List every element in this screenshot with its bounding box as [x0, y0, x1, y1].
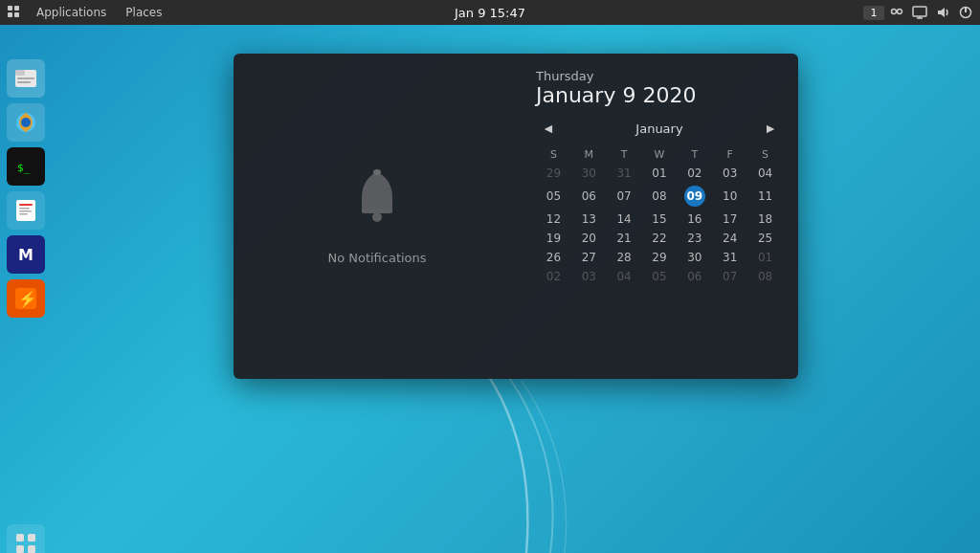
no-notifications-text: No Notifications: [327, 251, 426, 265]
calendar-day-cell[interactable]: 03: [712, 164, 747, 183]
dock-item-burpsuite[interactable]: ⚡: [7, 279, 45, 318]
calendar-month-nav: ◄ January ►: [536, 119, 783, 138]
taskbar-datetime[interactable]: Jan 9 15:47: [455, 6, 525, 20]
calendar-day-cell[interactable]: 13: [571, 210, 607, 229]
svg-text:$_: $_: [17, 162, 31, 174]
calendar-day-cell[interactable]: 02: [677, 164, 712, 183]
dock-item-maltego[interactable]: M: [7, 235, 45, 274]
calendar-day-cell[interactable]: 10: [712, 183, 747, 210]
calendar-day-cell[interactable]: 27: [571, 248, 607, 267]
calendar-day-cell[interactable]: 24: [712, 229, 747, 248]
swoosh-decoration: [0, 362, 980, 553]
calendar-prev-button[interactable]: ◄: [536, 119, 561, 138]
calendar-day-cell[interactable]: 26: [536, 248, 571, 267]
calendar-day-cell[interactable]: 31: [712, 248, 747, 267]
calendar-weekday-header: T: [607, 145, 642, 164]
volume-icon[interactable]: [932, 2, 953, 23]
calendar-day-cell[interactable]: 21: [607, 229, 642, 248]
calendar-weekday-header: S: [536, 145, 571, 164]
calendar-week-row: 29303101020304: [536, 164, 783, 183]
network-icon[interactable]: [886, 2, 907, 23]
calendar-day-cell[interactable]: 03: [571, 267, 607, 286]
calendar-day-cell[interactable]: 01: [747, 248, 783, 267]
svg-rect-16: [17, 81, 31, 83]
calendar-day-cell[interactable]: 30: [571, 164, 607, 183]
calendar-day-cell[interactable]: 25: [747, 229, 783, 248]
calendar-day-cell[interactable]: 22: [642, 229, 678, 248]
dock-item-text-editor[interactable]: [7, 191, 45, 230]
taskbar: Applications Places Jan 9 15:47 1: [0, 0, 980, 25]
calendar-weekdays-row: SMTWTFS: [536, 145, 783, 164]
dock-item-firefox[interactable]: [7, 103, 45, 142]
svg-rect-34: [373, 169, 381, 175]
calendar-day-name: Thursday: [536, 69, 783, 83]
calendar-day-cell[interactable]: 23: [677, 229, 712, 248]
calendar-day-cell[interactable]: 16: [677, 210, 712, 229]
svg-rect-28: [16, 534, 24, 542]
calendar-day-cell[interactable]: 14: [607, 210, 642, 229]
calendar-day-cell[interactable]: 30: [677, 248, 712, 267]
calendar-day-cell[interactable]: 12: [536, 210, 571, 229]
calendar-day-cell[interactable]: 31: [607, 164, 642, 183]
calendar-day-cell[interactable]: 11: [747, 183, 783, 210]
calendar-day-cell[interactable]: 08: [747, 267, 783, 286]
applications-menu[interactable]: Applications: [29, 4, 114, 21]
svg-point-18: [21, 118, 31, 127]
svg-rect-1: [14, 6, 19, 11]
app-grid-button[interactable]: [4, 2, 25, 23]
calendar-week-row: 05060708091011: [536, 183, 783, 210]
calendar-day-cell[interactable]: 09: [677, 183, 712, 210]
svg-rect-7: [913, 7, 926, 16]
calendar-day-cell[interactable]: 06: [677, 267, 712, 286]
calendar-day-cell[interactable]: 04: [747, 164, 783, 183]
dock-item-files[interactable]: [7, 59, 45, 98]
svg-rect-25: [19, 213, 28, 215]
svg-rect-0: [8, 6, 12, 11]
svg-rect-31: [28, 545, 35, 553]
svg-rect-22: [19, 204, 33, 206]
calendar-day-cell[interactable]: 06: [571, 183, 607, 210]
calendar-month-label: January: [635, 122, 682, 136]
calendar-weekday-header: S: [747, 145, 783, 164]
calendar-day-cell[interactable]: 05: [642, 267, 678, 286]
svg-rect-15: [17, 77, 34, 79]
svg-point-33: [372, 212, 382, 222]
calendar-day-cell[interactable]: 19: [536, 229, 571, 248]
calendar-day-cell[interactable]: 29: [536, 164, 571, 183]
calendar-day-cell[interactable]: 28: [607, 248, 642, 267]
places-menu[interactable]: Places: [118, 4, 169, 21]
calendar-day-cell[interactable]: 17: [712, 210, 747, 229]
display-icon[interactable]: [909, 2, 930, 23]
calendar-body: 2930310102030405060708091011121314151617…: [536, 164, 783, 286]
taskbar-right: 1: [863, 2, 980, 23]
svg-point-5: [898, 10, 902, 14]
desktop: $_ M ⚡: [0, 25, 980, 553]
calendar-day-cell[interactable]: 01: [642, 164, 678, 183]
calendar-day-cell[interactable]: 15: [642, 210, 678, 229]
calendar-grid: SMTWTFS 29303101020304050607080910111213…: [536, 145, 783, 286]
workspace-indicator[interactable]: 1: [863, 6, 884, 20]
calendar-day-cell[interactable]: 07: [712, 267, 747, 286]
taskbar-left: Applications Places: [0, 2, 169, 23]
calendar-day-cell[interactable]: 20: [571, 229, 607, 248]
notifications-pane: No Notifications: [234, 54, 521, 379]
dock-apps-grid[interactable]: [7, 524, 45, 553]
calendar-day-cell[interactable]: 18: [747, 210, 783, 229]
today-indicator: 09: [684, 186, 705, 207]
calendar-week-row: 02030405060708: [536, 267, 783, 286]
calendar-weekday-header: W: [642, 145, 678, 164]
calendar-day-cell[interactable]: 07: [607, 183, 642, 210]
calendar-day-cell[interactable]: 08: [642, 183, 678, 210]
dock-item-terminal[interactable]: $_: [7, 147, 45, 186]
dock: $_ M ⚡: [0, 50, 52, 553]
svg-rect-30: [16, 545, 24, 553]
calendar-day-cell[interactable]: 02: [536, 267, 571, 286]
calendar-next-button[interactable]: ►: [758, 119, 783, 138]
power-icon[interactable]: [955, 2, 976, 23]
calendar-day-cell[interactable]: 29: [642, 248, 678, 267]
calendar-day-cell[interactable]: 04: [607, 267, 642, 286]
svg-point-4: [892, 10, 897, 14]
calendar-day-cell[interactable]: 05: [536, 183, 571, 210]
svg-rect-3: [14, 12, 19, 17]
calendar-week-row: 12131415161718: [536, 210, 783, 229]
